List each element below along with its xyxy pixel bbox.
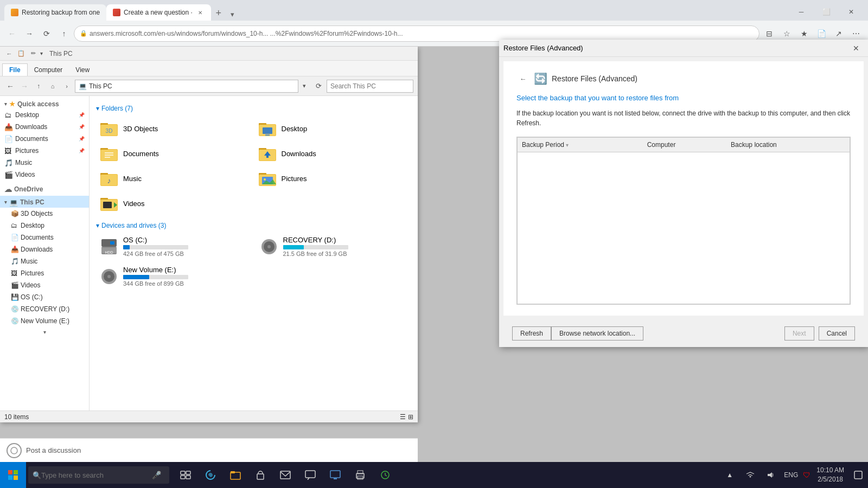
folder-3dobjects[interactable]: 3D 3D Objects xyxy=(96,117,253,140)
tab-dropdown-button[interactable]: ▾ xyxy=(226,8,239,21)
view-grid-icon[interactable]: ⊞ xyxy=(408,413,413,421)
taskbar-monitor-icon[interactable] xyxy=(323,463,347,487)
fe-up-button[interactable]: ↑ xyxy=(33,80,44,92)
fe-breadcrumb-arrow[interactable]: › xyxy=(61,80,73,92)
tab2-close-button[interactable]: ✕ xyxy=(196,8,205,17)
drive-d[interactable]: RECOVERY (D:) 21.5 GB free of 31.9 GB xyxy=(256,234,412,259)
up-button[interactable]: ↑ xyxy=(56,26,72,41)
taskbar-search-bar[interactable]: 🔍 🎤 xyxy=(28,466,169,484)
ribbon-tab-view[interactable]: View xyxy=(69,64,96,76)
sidebar-item-3dobjects[interactable]: 📦 3D Objects xyxy=(0,208,89,220)
breadcrumb[interactable]: 💻 This PC xyxy=(75,80,298,93)
volume-icon[interactable] xyxy=(761,463,781,487)
qa-properties-btn[interactable]: 📋 xyxy=(16,49,26,59)
fe-back-button[interactable]: ← xyxy=(4,80,16,92)
tab-2[interactable]: Create a new question · ✕ xyxy=(106,4,211,21)
back-button[interactable]: ← xyxy=(4,26,20,41)
folders-section-header[interactable]: ▾ Folders (7) xyxy=(96,105,411,112)
maximize-button[interactable]: ⬜ xyxy=(814,3,839,21)
sidebar-scroll-down[interactable]: ▾ xyxy=(0,327,89,337)
folder-pictures-label: Pictures xyxy=(282,175,307,183)
network-icon[interactable] xyxy=(741,463,760,487)
taskbar-explorer-icon[interactable] xyxy=(224,463,247,487)
sidebar-item-pc-pictures[interactable]: 🖼 Pictures xyxy=(0,267,89,279)
refresh-button[interactable]: ⟳ xyxy=(39,26,54,41)
svg-text:3D: 3D xyxy=(106,128,113,134)
sidebar-item-pc-documents[interactable]: 📄 Documents xyxy=(0,232,89,243)
search-input[interactable] xyxy=(327,80,413,93)
folder-videos[interactable]: Videos xyxy=(96,191,253,215)
browse-network-button[interactable]: Browse network location... xyxy=(551,326,643,341)
sidebar-item-osc[interactable]: 💾 OS (C:) xyxy=(0,291,89,303)
bookmark-icon[interactable]: ☆ xyxy=(779,26,794,41)
sidebar-item-pc-desktop[interactable]: 🗂 Desktop xyxy=(0,220,89,232)
sidebar-item-pc-downloads[interactable]: 📥 Downloads xyxy=(0,243,89,255)
col-backup-period[interactable]: Backup Period ▾ xyxy=(518,138,643,152)
new-tab-button[interactable]: + xyxy=(211,5,226,21)
qa-dropdown[interactable]: ▾ xyxy=(40,50,43,56)
sidebar-item-pictures[interactable]: 🖼 Pictures 📌 xyxy=(0,145,89,157)
folder-music[interactable]: ♪ Music xyxy=(96,166,253,190)
taskbar-mic-icon[interactable]: 🎤 xyxy=(152,471,161,479)
taskbar-search-input[interactable] xyxy=(41,471,150,479)
taskbar-app-icons xyxy=(174,463,397,487)
taskbar-store-icon[interactable] xyxy=(248,463,272,487)
system-tray-antivirus[interactable]: 🛡 xyxy=(801,471,812,479)
fe-refresh-button[interactable]: ⟳ xyxy=(312,80,324,92)
sidebar-section-onedrive[interactable]: ☁ OneDrive xyxy=(0,183,89,195)
more-icon[interactable]: ⋯ xyxy=(848,26,864,41)
reader-icon[interactable]: 📄 xyxy=(814,26,829,41)
refresh-button[interactable]: Refresh xyxy=(512,326,551,341)
svg-rect-8 xyxy=(265,134,270,136)
sidebar-section-quick-access[interactable]: ▾ ★ Quick access xyxy=(0,98,89,109)
qa-back-btn[interactable]: ← xyxy=(4,49,14,59)
sidebar-item-pc-videos[interactable]: 🎬 Videos xyxy=(0,279,89,291)
cancel-button[interactable]: Cancel xyxy=(819,326,855,341)
next-button[interactable]: Next xyxy=(784,326,814,341)
ribbon-tab-file[interactable]: File xyxy=(2,63,28,76)
sidebar-item-desktop[interactable]: 🗂 Desktop 📌 xyxy=(0,109,89,121)
taskbar-task-view[interactable] xyxy=(174,463,197,487)
lang-indicator[interactable]: ENG xyxy=(782,471,800,479)
close-button[interactable]: ✕ xyxy=(839,3,864,21)
sidebar-item-recoveryd[interactable]: 💿 RECOVERY (D:) xyxy=(0,303,89,315)
qa-rename-btn[interactable]: ✏ xyxy=(28,49,38,59)
ribbon-tab-computer[interactable]: Computer xyxy=(28,64,69,76)
drive-e[interactable]: New Volume (E:) 344 GB free of 899 GB xyxy=(96,264,252,289)
notification-center-icon[interactable] xyxy=(848,463,868,487)
address-bar[interactable]: 🔒 answers.microsoft.com/en-us/windows/fo… xyxy=(74,25,760,42)
taskbar-print-icon[interactable] xyxy=(348,463,372,487)
view-list-icon[interactable]: ☰ xyxy=(400,413,406,421)
taskbar-mail-icon[interactable] xyxy=(273,463,297,487)
share-icon[interactable]: ↗ xyxy=(831,26,846,41)
sidebar-item-music[interactable]: 🎵 Music xyxy=(0,157,89,169)
fe-expand-button[interactable]: ⌂ xyxy=(47,80,59,92)
split-view-icon[interactable]: ⊟ xyxy=(762,26,777,41)
sidebar-item-documents[interactable]: 📄 Documents 📌 xyxy=(0,133,89,145)
start-button[interactable] xyxy=(0,462,26,488)
taskbar-edge-icon[interactable] xyxy=(199,463,222,487)
datetime[interactable]: 10:10 AM 2/5/2018 xyxy=(813,466,847,484)
folder-pictures[interactable]: Pictures xyxy=(254,166,412,190)
fe-forward-button[interactable]: → xyxy=(18,80,30,92)
drive-c[interactable]: HDD OS (C:) 424 GB free of 475 GB xyxy=(96,234,252,259)
favorites-icon[interactable]: ★ xyxy=(796,26,812,41)
sidebar-item-downloads[interactable]: 📥 Downloads 📌 xyxy=(0,121,89,133)
minimize-button[interactable]: ─ xyxy=(789,3,814,21)
folder-documents[interactable]: Documents xyxy=(96,142,253,165)
taskbar-backup-icon[interactable] xyxy=(373,463,397,487)
taskbar-chat-icon[interactable] xyxy=(298,463,322,487)
sidebar-section-this-pc[interactable]: ▾ 💻 This PC xyxy=(0,196,89,208)
forward-button[interactable]: → xyxy=(22,26,37,41)
sidebar-item-pc-music[interactable]: 🎵 Music xyxy=(0,255,89,267)
dialog-close-button[interactable]: ✕ xyxy=(848,41,864,56)
drives-section-header[interactable]: ▾ Devices and drives (3) xyxy=(96,222,411,229)
sidebar-item-videos[interactable]: 🎬 Videos xyxy=(0,169,89,181)
sidebar-item-newe[interactable]: 💿 New Volume (E:) xyxy=(0,315,89,327)
show-hidden-icons[interactable]: ▲ xyxy=(720,463,739,487)
dialog-back-button[interactable]: ← xyxy=(516,72,529,85)
fe-breadcrumb-dropdown[interactable]: ▾ xyxy=(298,80,310,92)
folder-downloads[interactable]: Downloads xyxy=(254,142,412,165)
folder-desktop[interactable]: Desktop xyxy=(254,117,412,140)
tab-1[interactable]: Restoring backup from one xyxy=(4,4,106,21)
